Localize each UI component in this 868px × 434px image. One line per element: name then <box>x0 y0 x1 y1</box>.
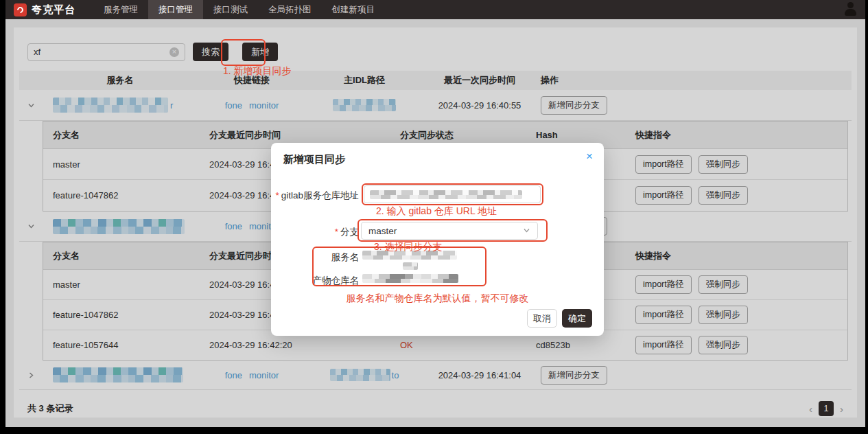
table-footer: 共 3 条记录 ‹ 1 › <box>27 401 843 416</box>
branch-label: *分支 <box>271 226 359 238</box>
service-name-suffix: r <box>170 100 173 111</box>
blurred-repo-url <box>370 190 522 199</box>
toolbar: × 搜索 新增 <box>19 43 852 61</box>
modal-hint-text: 服务名和产物仓库名为默认值，暂不可修改 <box>271 293 604 305</box>
last-sync-time: 2024-03-29 16:41:04 <box>423 370 537 380</box>
blurred-service-name <box>53 367 183 382</box>
nav-item-service-management[interactable]: 服务管理 <box>93 0 148 19</box>
import-path-button[interactable]: import路径 <box>635 186 692 205</box>
search-box: × <box>27 43 185 61</box>
blurred-service-name <box>53 98 168 113</box>
branch-select-value: master <box>368 226 397 236</box>
chevron-down-icon[interactable] <box>19 222 43 230</box>
force-sync-button[interactable]: 强制同步 <box>699 275 748 294</box>
clear-icon[interactable]: × <box>169 47 179 57</box>
add-sync-branch-button[interactable]: 新增同步分支 <box>541 96 607 115</box>
import-path-button[interactable]: import路径 <box>635 306 692 324</box>
branch-name: master <box>43 279 200 290</box>
next-page-icon[interactable]: › <box>840 404 843 414</box>
nav-item-interface-management[interactable]: 接口管理 <box>148 0 203 19</box>
confirm-button[interactable]: 确定 <box>562 309 592 328</box>
fone-link[interactable]: fone <box>225 221 242 231</box>
col-quick-commands: 快捷指令 <box>626 250 847 262</box>
col-quick-commands: 快捷指令 <box>626 129 847 141</box>
col-hash: Hash <box>526 130 626 140</box>
pagination: ‹ 1 › <box>809 401 843 416</box>
chevron-right-icon[interactable] <box>19 372 43 379</box>
prev-page-icon[interactable]: ‹ <box>809 404 812 414</box>
import-path-button[interactable]: import路径 <box>635 275 692 294</box>
branch-name: master <box>43 159 200 170</box>
force-sync-button[interactable]: 强制同步 <box>699 336 748 354</box>
col-idl-path: 主IDL路径 <box>306 74 423 87</box>
nav-item-create-project[interactable]: 创建新项目 <box>322 0 386 19</box>
branch-status: OK <box>390 340 526 350</box>
nav-item-global-topology[interactable]: 全局拓扑图 <box>258 0 322 19</box>
col-branch-sync-time: 分支最近同步时间 <box>200 129 390 141</box>
blurred-product-repo-value <box>362 274 458 283</box>
app-window: 夸克平台 服务管理 接口管理 接口测试 全局拓扑图 创建新项目 × 搜索 新增 <box>5 0 865 427</box>
fone-link[interactable]: fone <box>225 100 242 111</box>
col-branch-name: 分支名 <box>43 250 200 262</box>
import-path-button[interactable]: import路径 <box>635 155 692 174</box>
col-quick-links: 快捷链接 <box>198 74 306 87</box>
add-sync-branch-button[interactable]: 新增同步分支 <box>541 366 607 385</box>
cancel-button[interactable]: 取消 <box>527 309 557 328</box>
fone-link[interactable]: fone <box>225 370 242 380</box>
col-service-name: 服务名 <box>43 74 198 87</box>
force-sync-button[interactable]: 强制同步 <box>699 155 748 174</box>
modal-title: 新增项目同步 <box>283 153 345 166</box>
monitor-link[interactable]: monitor <box>249 100 279 111</box>
branch-name: feature-1047862 <box>43 310 200 320</box>
col-operations: 操作 <box>537 74 852 87</box>
close-icon[interactable]: × <box>586 150 593 162</box>
col-branch-name: 分支名 <box>43 129 200 141</box>
gitlab-repo-input[interactable] <box>364 185 541 203</box>
table-header-row: 服务名 快捷链接 主IDL路径 最近一次同步时间 操作 <box>19 71 852 90</box>
chevron-down-icon[interactable] <box>19 102 43 109</box>
records-count: 共 3 条记录 <box>27 402 73 415</box>
import-path-button[interactable]: import路径 <box>635 336 692 354</box>
last-sync-time: 2024-03-29 16:40:55 <box>423 100 537 111</box>
blurred-idl-path <box>330 369 390 381</box>
table-row[interactable]: r fone monitor 2024-03-29 16:40:55 新增同步分… <box>19 90 852 121</box>
col-last-sync: 最近一次同步时间 <box>423 74 537 87</box>
branch-time: 2024-03-29 16:42:20 <box>200 340 390 350</box>
monitor-link[interactable]: monitor <box>249 370 279 380</box>
search-input[interactable] <box>34 47 169 57</box>
branch-name: feature-1057644 <box>43 340 200 350</box>
branch-select[interactable]: master <box>361 222 538 240</box>
blurred-service-name-value <box>362 251 457 260</box>
branch-hash: cd8523b <box>526 340 626 350</box>
brand-title: 夸克平台 <box>32 3 75 16</box>
blurred-idl-path <box>333 99 396 111</box>
branch-name: feature-1047862 <box>43 190 200 201</box>
service-name-label: 服务名 <box>271 251 359 264</box>
force-sync-button[interactable]: 强制同步 <box>699 186 748 205</box>
add-button[interactable]: 新增 <box>242 43 278 61</box>
col-branch-sync-status: 分支同步状态 <box>390 129 526 141</box>
product-repo-label: 产物仓库名 <box>271 275 359 287</box>
navbar: 夸克平台 服务管理 接口管理 接口测试 全局拓扑图 创建新项目 <box>5 0 865 19</box>
nav-item-interface-test[interactable]: 接口测试 <box>203 0 258 19</box>
gitlab-repo-label: *gitlab服务仓库地址 <box>271 190 359 202</box>
user-avatar-icon[interactable] <box>843 1 858 16</box>
page-number-button[interactable]: 1 <box>819 401 834 416</box>
force-sync-button[interactable]: 强制同步 <box>699 306 748 324</box>
blurred-service-name <box>53 219 185 234</box>
idl-path-suffix: to <box>392 370 399 380</box>
chevron-down-icon <box>523 226 530 236</box>
add-project-sync-modal: 新增项目同步 × *gitlab服务仓库地址 *分支 master 服务名 产物… <box>271 143 604 336</box>
table-row[interactable]: fone monitor to 2024-03-29 16:41:04 新增同步… <box>19 361 852 390</box>
blurred-service-name-value <box>403 262 418 270</box>
quark-logo-icon <box>14 3 27 16</box>
search-button[interactable]: 搜索 <box>193 43 228 61</box>
